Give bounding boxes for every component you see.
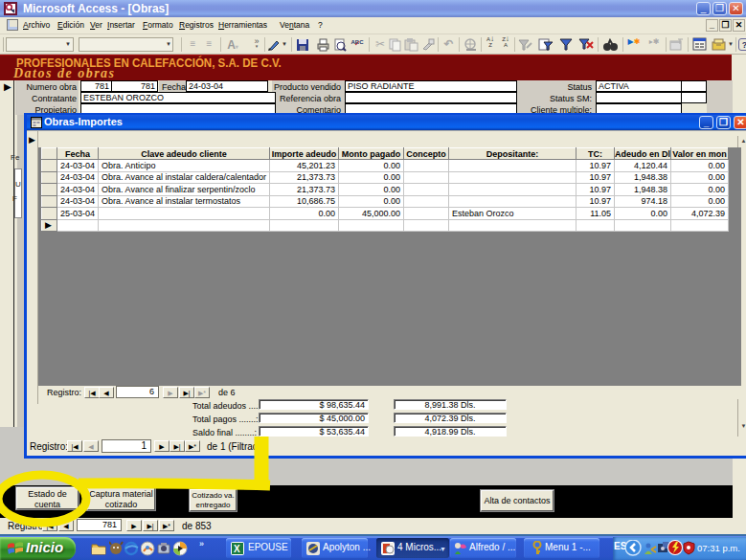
svg-text:X: X: [234, 544, 240, 554]
